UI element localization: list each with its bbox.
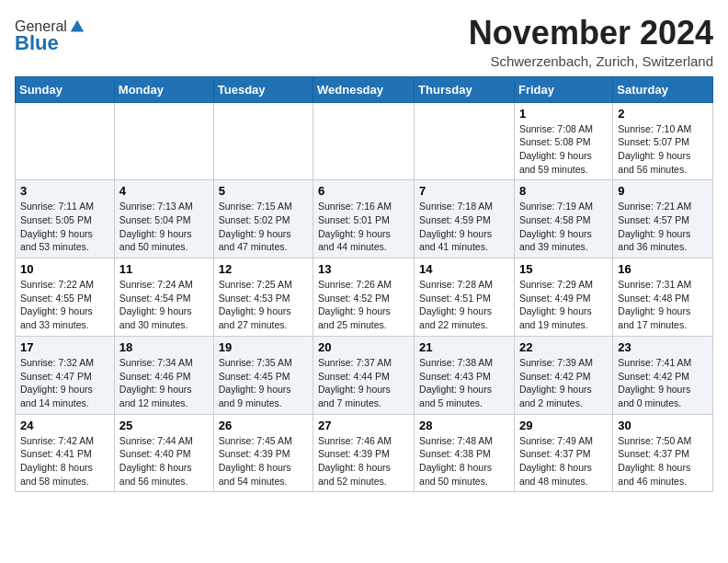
calendar-cell: 10Sunrise: 7:22 AMSunset: 4:55 PMDayligh…	[16, 259, 115, 337]
calendar-cell	[213, 102, 313, 180]
calendar-cell	[114, 102, 213, 180]
day-info: Sunrise: 7:13 AMSunset: 5:04 PMDaylight:…	[119, 200, 209, 254]
calendar-cell: 2Sunrise: 7:10 AMSunset: 5:07 PMDaylight…	[613, 102, 713, 180]
calendar-cell: 23Sunrise: 7:41 AMSunset: 4:42 PMDayligh…	[613, 336, 713, 414]
day-info: Sunrise: 7:45 AMSunset: 4:39 PMDaylight:…	[219, 434, 308, 488]
calendar-cell: 6Sunrise: 7:16 AMSunset: 5:01 PMDaylight…	[313, 180, 415, 259]
day-number: 6	[318, 184, 409, 198]
day-number: 21	[419, 340, 509, 354]
day-info: Sunrise: 7:28 AMSunset: 4:51 PMDaylight:…	[419, 278, 509, 332]
calendar-cell: 21Sunrise: 7:38 AMSunset: 4:43 PMDayligh…	[415, 336, 515, 414]
calendar-cell: 13Sunrise: 7:26 AMSunset: 4:52 PMDayligh…	[313, 259, 415, 337]
day-info: Sunrise: 7:19 AMSunset: 4:58 PMDaylight:…	[519, 200, 608, 254]
location: Schwerzenbach, Zurich, Switzerland	[469, 53, 713, 69]
day-number: 25	[119, 419, 209, 432]
day-info: Sunrise: 7:50 AMSunset: 4:37 PMDaylight:…	[618, 434, 708, 488]
day-number: 19	[219, 340, 308, 354]
col-header-saturday: Saturday	[613, 76, 713, 102]
day-number: 14	[419, 262, 509, 276]
day-number: 15	[519, 262, 608, 276]
day-info: Sunrise: 7:26 AMSunset: 4:52 PMDaylight:…	[318, 278, 409, 332]
calendar-cell: 12Sunrise: 7:25 AMSunset: 4:53 PMDayligh…	[213, 259, 313, 337]
calendar-cell: 7Sunrise: 7:18 AMSunset: 4:59 PMDaylight…	[415, 180, 515, 259]
calendar-cell: 27Sunrise: 7:46 AMSunset: 4:39 PMDayligh…	[313, 414, 415, 492]
calendar-cell: 30Sunrise: 7:50 AMSunset: 4:37 PMDayligh…	[613, 414, 713, 492]
col-header-thursday: Thursday	[415, 76, 515, 102]
day-info: Sunrise: 7:34 AMSunset: 4:46 PMDaylight:…	[119, 356, 209, 410]
day-info: Sunrise: 7:42 AMSunset: 4:41 PMDaylight:…	[20, 434, 109, 488]
col-header-sunday: Sunday	[16, 76, 115, 102]
month-title: November 2024	[469, 15, 713, 52]
calendar-cell: 22Sunrise: 7:39 AMSunset: 4:42 PMDayligh…	[514, 336, 612, 414]
logo: General Blue	[15, 18, 85, 55]
day-info: Sunrise: 7:44 AMSunset: 4:40 PMDaylight:…	[119, 434, 209, 488]
calendar-cell: 15Sunrise: 7:29 AMSunset: 4:49 PMDayligh…	[514, 259, 612, 337]
day-info: Sunrise: 7:46 AMSunset: 4:39 PMDaylight:…	[318, 434, 409, 488]
calendar-cell: 16Sunrise: 7:31 AMSunset: 4:48 PMDayligh…	[613, 259, 713, 337]
day-number: 30	[618, 419, 708, 432]
col-header-friday: Friday	[514, 76, 612, 102]
day-info: Sunrise: 7:37 AMSunset: 4:44 PMDaylight:…	[318, 356, 409, 410]
calendar-cell	[313, 102, 415, 180]
calendar-cell: 1Sunrise: 7:08 AMSunset: 5:08 PMDaylight…	[514, 102, 612, 180]
day-info: Sunrise: 7:39 AMSunset: 4:42 PMDaylight:…	[519, 356, 608, 410]
calendar-cell	[415, 102, 515, 180]
day-info: Sunrise: 7:49 AMSunset: 4:37 PMDaylight:…	[519, 434, 608, 488]
day-number: 24	[20, 419, 109, 432]
day-number: 2	[618, 107, 708, 121]
calendar-week-row: 17Sunrise: 7:32 AMSunset: 4:47 PMDayligh…	[16, 336, 713, 414]
day-info: Sunrise: 7:08 AMSunset: 5:08 PMDaylight:…	[519, 122, 608, 177]
svg-marker-0	[71, 20, 84, 32]
calendar-cell	[16, 102, 115, 180]
day-info: Sunrise: 7:11 AMSunset: 5:05 PMDaylight:…	[20, 200, 109, 254]
day-number: 11	[119, 262, 209, 276]
day-info: Sunrise: 7:16 AMSunset: 5:01 PMDaylight:…	[318, 200, 409, 254]
day-info: Sunrise: 7:41 AMSunset: 4:42 PMDaylight:…	[618, 356, 708, 410]
calendar-cell: 9Sunrise: 7:21 AMSunset: 4:57 PMDaylight…	[613, 180, 713, 259]
day-number: 29	[519, 419, 608, 432]
calendar-cell: 25Sunrise: 7:44 AMSunset: 4:40 PMDayligh…	[114, 414, 213, 492]
day-number: 13	[318, 262, 409, 276]
day-info: Sunrise: 7:22 AMSunset: 4:55 PMDaylight:…	[20, 278, 109, 332]
day-number: 16	[618, 262, 708, 276]
day-info: Sunrise: 7:24 AMSunset: 4:54 PMDaylight:…	[119, 278, 209, 332]
day-number: 28	[419, 419, 509, 432]
calendar-cell: 28Sunrise: 7:48 AMSunset: 4:38 PMDayligh…	[415, 414, 515, 492]
calendar-cell: 11Sunrise: 7:24 AMSunset: 4:54 PMDayligh…	[114, 259, 213, 337]
calendar-cell: 20Sunrise: 7:37 AMSunset: 4:44 PMDayligh…	[313, 336, 415, 414]
day-info: Sunrise: 7:48 AMSunset: 4:38 PMDaylight:…	[419, 434, 509, 488]
calendar-cell: 19Sunrise: 7:35 AMSunset: 4:45 PMDayligh…	[213, 336, 313, 414]
day-number: 5	[219, 184, 308, 198]
day-info: Sunrise: 7:35 AMSunset: 4:45 PMDaylight:…	[219, 356, 308, 410]
col-header-tuesday: Tuesday	[213, 76, 313, 102]
day-info: Sunrise: 7:38 AMSunset: 4:43 PMDaylight:…	[419, 356, 509, 410]
title-area: November 2024 Schwerzenbach, Zurich, Swi…	[469, 15, 713, 69]
calendar-header-row: SundayMondayTuesdayWednesdayThursdayFrid…	[16, 76, 713, 102]
calendar-cell: 17Sunrise: 7:32 AMSunset: 4:47 PMDayligh…	[16, 336, 115, 414]
day-number: 10	[20, 262, 109, 276]
day-number: 8	[519, 184, 608, 198]
calendar-cell: 14Sunrise: 7:28 AMSunset: 4:51 PMDayligh…	[415, 259, 515, 337]
day-number: 26	[219, 419, 308, 432]
calendar-cell: 3Sunrise: 7:11 AMSunset: 5:05 PMDaylight…	[16, 180, 115, 259]
calendar-cell: 8Sunrise: 7:19 AMSunset: 4:58 PMDaylight…	[514, 180, 612, 259]
calendar-week-row: 3Sunrise: 7:11 AMSunset: 5:05 PMDaylight…	[16, 180, 713, 259]
calendar-cell: 24Sunrise: 7:42 AMSunset: 4:41 PMDayligh…	[16, 414, 115, 492]
col-header-wednesday: Wednesday	[313, 76, 415, 102]
day-number: 9	[618, 184, 708, 198]
day-number: 27	[318, 419, 409, 432]
day-info: Sunrise: 7:31 AMSunset: 4:48 PMDaylight:…	[618, 278, 708, 332]
day-info: Sunrise: 7:25 AMSunset: 4:53 PMDaylight:…	[219, 278, 308, 332]
calendar-week-row: 10Sunrise: 7:22 AMSunset: 4:55 PMDayligh…	[16, 259, 713, 337]
calendar-cell: 18Sunrise: 7:34 AMSunset: 4:46 PMDayligh…	[114, 336, 213, 414]
day-info: Sunrise: 7:29 AMSunset: 4:49 PMDaylight:…	[519, 278, 608, 332]
day-number: 4	[119, 184, 209, 198]
calendar-cell: 5Sunrise: 7:15 AMSunset: 5:02 PMDaylight…	[213, 180, 313, 259]
col-header-monday: Monday	[114, 76, 213, 102]
day-number: 17	[20, 340, 109, 354]
day-info: Sunrise: 7:21 AMSunset: 4:57 PMDaylight:…	[618, 200, 708, 254]
calendar-week-row: 24Sunrise: 7:42 AMSunset: 4:41 PMDayligh…	[16, 414, 713, 492]
day-number: 18	[119, 340, 209, 354]
logo-icon	[69, 18, 85, 35]
header: General Blue November 2024 Schwerzenbach…	[15, 15, 713, 69]
